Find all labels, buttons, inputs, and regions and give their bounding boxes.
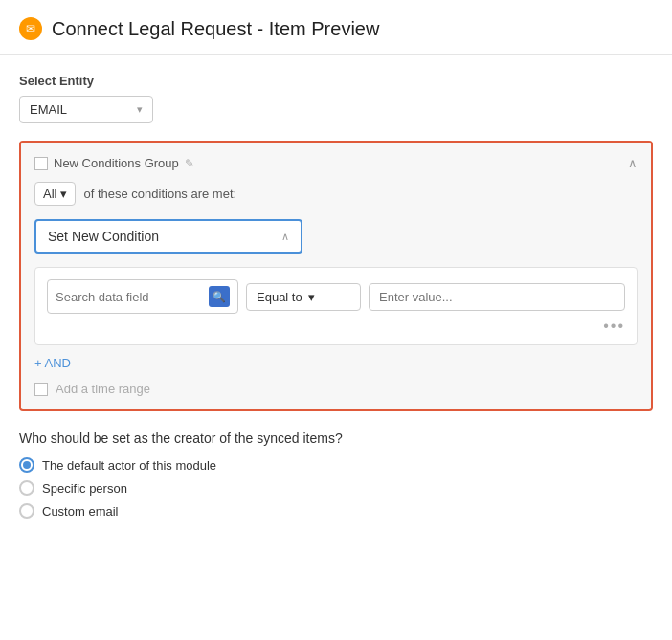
radio-specific-person[interactable] bbox=[19, 480, 34, 496]
time-range-label: Add a time range bbox=[56, 382, 150, 396]
entity-select[interactable]: EMAIL ▾ bbox=[19, 96, 153, 123]
edit-icon[interactable]: ✎ bbox=[185, 157, 194, 170]
header-icon: ✉ bbox=[19, 17, 42, 40]
radio-option-0[interactable]: The default actor of this module bbox=[19, 457, 653, 473]
all-select[interactable]: All ▾ bbox=[34, 182, 76, 206]
equal-to-label: Equal to bbox=[257, 290, 302, 304]
search-icon: 🔍 bbox=[209, 286, 230, 307]
condition-fields: 🔍 Equal to ▾ bbox=[47, 279, 625, 314]
entity-select-value: EMAIL bbox=[30, 102, 67, 117]
who-question: Who should be set as the creator of the … bbox=[19, 430, 653, 446]
radio-custom-email[interactable] bbox=[19, 503, 34, 519]
conditions-group-header: New Conditions Group ✎ ∧ bbox=[34, 156, 638, 170]
all-select-label: All bbox=[43, 187, 56, 201]
three-dots-icon[interactable]: ••• bbox=[603, 318, 625, 335]
conditions-group-title-row: New Conditions Group ✎ bbox=[34, 156, 194, 170]
radio-option-2[interactable]: Custom email bbox=[19, 503, 653, 519]
time-range-checkbox[interactable] bbox=[34, 383, 48, 396]
set-condition-dropdown[interactable]: Set New Condition ∧ bbox=[34, 219, 302, 254]
radio-label-custom-email: Custom email bbox=[42, 504, 118, 519]
radio-label-default-actor: The default actor of this module bbox=[42, 458, 216, 473]
conditions-group-wrapper: New Conditions Group ✎ ∧ All ▾ of these … bbox=[19, 141, 653, 411]
all-select-chevron: ▾ bbox=[60, 187, 67, 201]
page-body: Select Entity EMAIL ▾ New Conditions Gro… bbox=[0, 55, 672, 545]
page-title: Connect Legal Request - Item Preview bbox=[52, 18, 379, 40]
conditions-met-row: All ▾ of these conditions are met: bbox=[34, 182, 638, 206]
chevron-up-icon: ∧ bbox=[281, 231, 289, 243]
search-data-field[interactable]: 🔍 bbox=[47, 279, 238, 314]
and-link[interactable]: + AND bbox=[34, 356, 71, 370]
radio-default-actor[interactable] bbox=[19, 457, 34, 473]
equal-to-chevron: ▾ bbox=[308, 290, 315, 304]
select-entity-label: Select Entity bbox=[19, 74, 653, 88]
radio-inner-default-actor bbox=[23, 461, 31, 469]
page-header: ✉ Connect Legal Request - Item Preview bbox=[0, 0, 672, 55]
group-checkbox[interactable] bbox=[34, 157, 48, 170]
radio-option-1[interactable]: Specific person bbox=[19, 480, 653, 496]
condition-row-box: 🔍 Equal to ▾ ••• bbox=[34, 267, 638, 345]
time-range-row: Add a time range bbox=[34, 382, 638, 396]
enter-value-input[interactable] bbox=[369, 283, 625, 311]
search-data-input[interactable] bbox=[56, 290, 203, 304]
chevron-down-icon: ▾ bbox=[137, 103, 143, 116]
collapse-icon[interactable]: ∧ bbox=[628, 156, 638, 170]
set-condition-text: Set New Condition bbox=[48, 229, 159, 244]
radio-label-specific-person: Specific person bbox=[42, 481, 127, 496]
equal-to-select[interactable]: Equal to ▾ bbox=[246, 283, 361, 311]
who-section: Who should be set as the creator of the … bbox=[19, 430, 653, 519]
group-title: New Conditions Group bbox=[54, 156, 179, 170]
conditions-met-text: of these conditions are met: bbox=[83, 187, 236, 201]
